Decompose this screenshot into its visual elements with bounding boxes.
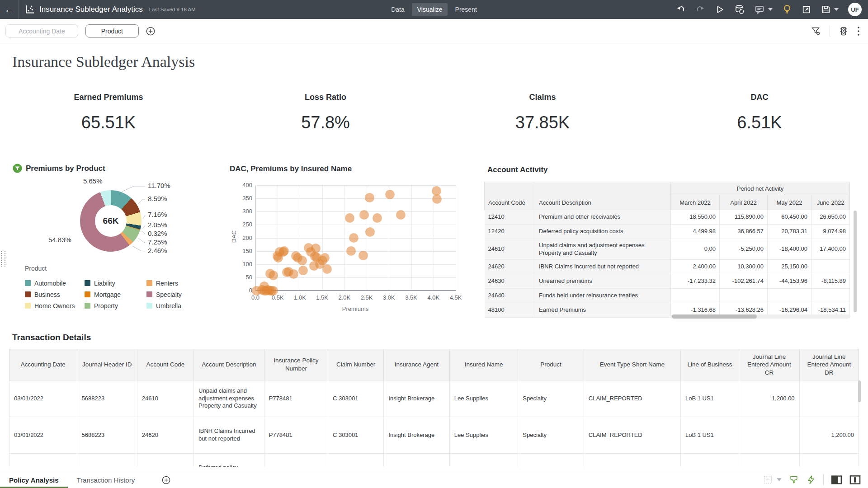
canvas-tab-transaction-history[interactable]: Transaction History	[68, 471, 144, 488]
lightning-bolt-icon[interactable]	[806, 475, 816, 485]
donut-chart[interactable]: 66K	[80, 190, 142, 252]
transaction-row[interactable]: 03/01/2022568831112420Deferred policy ac…	[9, 454, 859, 467]
legend-item-property[interactable]: Property	[85, 300, 146, 311]
account-row[interactable]: 12420Deferred policy acquisition costs4,…	[485, 225, 850, 239]
account-row[interactable]: 12410Premium and other receivables18,550…	[485, 210, 850, 225]
legend-item-mortgage[interactable]: Mortgage	[85, 289, 146, 300]
transaction-details-table-panel[interactable]: Accounting DateJournal Header IDAccount …	[9, 349, 862, 467]
legend-item-renters[interactable]: Renters	[146, 277, 182, 289]
comment-icon[interactable]	[755, 5, 765, 15]
scatter-point[interactable]	[359, 210, 369, 220]
y-tick-label: 350	[235, 195, 252, 202]
scatter-point[interactable]	[373, 213, 382, 223]
add-canvas-plus-circle-icon[interactable]	[162, 471, 170, 488]
kebab-menu-icon[interactable]	[857, 26, 860, 36]
scatter-point[interactable]	[269, 286, 278, 296]
account-row[interactable]: 24630Unearned premiums-17,233.32-102,261…	[485, 274, 850, 289]
scatter-point[interactable]	[365, 227, 375, 237]
scatter-point[interactable]	[298, 266, 308, 275]
col-header-accounting-date[interactable]: Accounting Date	[9, 349, 77, 380]
visualization-settings-icon[interactable]	[838, 26, 849, 37]
scatter-point[interactable]	[345, 213, 354, 223]
paintbrush-icon[interactable]	[789, 475, 799, 485]
dac-premiums-scatter-chart[interactable]: DAC, Premiums by Insured Name 0501001502…	[226, 162, 461, 321]
scatter-point[interactable]	[320, 253, 330, 263]
premiums-by-product-chart[interactable]: Premiums by Product 66K 11.70%8.59%7.16%…	[11, 162, 205, 321]
col-header-month[interactable]: March 2022	[671, 195, 720, 210]
topbar-tab-data[interactable]: Data	[386, 3, 410, 16]
legend-item-home-owners[interactable]: Home Owners	[25, 300, 85, 311]
filter-chip-accounting-date[interactable]: Accounting Date	[5, 24, 78, 38]
legend-item-specialty[interactable]: Specialty	[146, 289, 182, 300]
scatter-point[interactable]	[297, 256, 307, 265]
scatter-point[interactable]	[365, 193, 374, 202]
scatter-point[interactable]	[432, 194, 442, 204]
filter-settings-icon[interactable]	[811, 26, 821, 37]
col-header-journal-line-entered-amount-dr[interactable]: Journal Line Entered Amount DR	[799, 349, 859, 380]
scatter-point[interactable]	[279, 246, 289, 256]
topbar-tab-present[interactable]: Present	[450, 3, 482, 16]
play-icon[interactable]	[715, 5, 725, 14]
user-avatar[interactable]: UF	[848, 3, 862, 16]
save-icon[interactable]	[821, 5, 831, 14]
col-header-insured-name[interactable]: Insured Name	[449, 349, 518, 380]
col-header-account-description[interactable]: Account Description	[535, 182, 671, 210]
redo-icon[interactable]	[695, 5, 705, 14]
back-arrow-icon[interactable]: ←	[0, 5, 18, 15]
col-header-account-code[interactable]: Account Code	[137, 349, 193, 380]
scatter-point[interactable]	[346, 246, 356, 256]
col-header-claim-number[interactable]: Claim Number	[328, 349, 384, 380]
col-header-account-description[interactable]: Account Description	[194, 349, 264, 380]
layout-split-panel-icon[interactable]	[849, 475, 861, 485]
layout-left-panel-icon[interactable]	[831, 475, 842, 485]
scatter-point[interactable]	[349, 233, 359, 243]
col-header-month[interactable]: June 2022	[811, 195, 850, 210]
panel-resize-handle[interactable]	[1, 251, 5, 267]
account-row[interactable]: 24640Funds held under reinsurance treati…	[485, 289, 850, 303]
col-header-month[interactable]: April 2022	[720, 195, 768, 210]
col-header-insurance-policy-number[interactable]: Insurance Policy Number	[264, 349, 328, 380]
col-header-journal-header-id[interactable]: Journal Header ID	[77, 349, 137, 380]
kpi-dac[interactable]: DAC 6.51K	[651, 93, 868, 132]
canvas-tab-policy-analysis[interactable]: Policy Analysis	[0, 471, 68, 488]
kpi-loss-ratio[interactable]: Loss Ratio 57.8%	[217, 93, 434, 132]
legend-item-business[interactable]: Business	[25, 289, 85, 300]
scatter-point[interactable]	[289, 269, 298, 279]
scatter-point[interactable]	[396, 210, 406, 220]
topbar-tab-visualize[interactable]: Visualize	[412, 3, 448, 16]
legend-item-umbrella[interactable]: Umbrella	[146, 300, 182, 311]
col-header-insurance-agent[interactable]: Insurance Agent	[384, 349, 449, 380]
open-in-new-icon[interactable]	[802, 5, 811, 14]
vertical-scrollbar[interactable]	[858, 380, 861, 402]
col-header-account-code[interactable]: Account Code	[485, 182, 535, 210]
filter-chip-product[interactable]: Product	[85, 24, 139, 38]
legend-item-automobile[interactable]: Automobile	[25, 277, 85, 289]
col-header-product[interactable]: Product	[518, 349, 584, 380]
col-header-event-type-short-name[interactable]: Event Type Short Name	[584, 349, 680, 380]
kpi-claims[interactable]: Claims 37.85K	[434, 93, 651, 132]
kpi-earned-premiums[interactable]: Earned Premiums 65.51K	[0, 93, 217, 132]
col-header-line-of-business[interactable]: Line of Business	[680, 349, 739, 380]
col-header-journal-line-entered-amount-cr[interactable]: Journal Line Entered Amount CR	[739, 349, 799, 380]
scatter-point[interactable]	[359, 251, 368, 260]
scatter-point[interactable]	[269, 271, 278, 280]
transaction-row[interactable]: 03/01/2022568822324620IBNR Claims Incurr…	[9, 417, 859, 454]
account-activity-table-panel[interactable]: Account Activity Account CodeAccount Des…	[484, 162, 858, 322]
caret-down-icon[interactable]	[834, 8, 839, 11]
x-tick-label: 3.5K	[401, 294, 421, 301]
account-row[interactable]: 24620IBNR Claims Incurred but not report…	[485, 260, 850, 274]
undo-icon[interactable]	[676, 5, 686, 14]
scatter-point[interactable]	[311, 244, 321, 253]
transaction-row[interactable]: 03/01/2022568822324610Unpaid claims and …	[9, 380, 859, 417]
scatter-point[interactable]	[322, 264, 332, 274]
legend-item-liability[interactable]: Liability	[85, 277, 146, 289]
caret-down-icon[interactable]	[777, 478, 782, 482]
account-row[interactable]: 24610Unpaid claims and adjustment expens…	[485, 239, 850, 260]
caret-down-icon[interactable]	[768, 8, 773, 11]
insights-lightbulb-icon[interactable]	[782, 4, 792, 15]
horizontal-scrollbar-thumb[interactable]	[672, 314, 757, 319]
vertical-scrollbar[interactable]	[854, 211, 857, 312]
col-header-month[interactable]: May 2022	[768, 195, 811, 210]
add-filter-plus-circle-icon[interactable]	[146, 27, 155, 36]
data-refresh-icon[interactable]	[734, 4, 745, 15]
